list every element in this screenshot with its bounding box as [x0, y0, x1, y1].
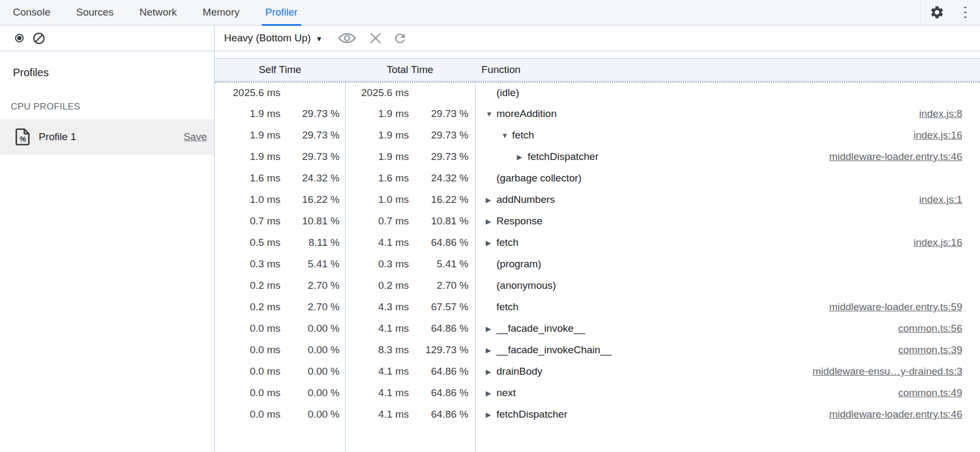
profile-row-drainbody[interactable]: 0.0 ms0.00 %4.1 ms64.86 %▶drainBodymiddl… [215, 361, 980, 382]
eye-icon[interactable] [337, 31, 357, 45]
function-name: drainBody [496, 366, 543, 377]
self-time-cell: 0.3 ms5.41 % [215, 253, 345, 275]
profile-row-fetch[interactable]: 0.5 ms8.11 %4.1 ms64.86 %▶fetchindex.js:… [215, 232, 980, 253]
collapse-arrow-icon[interactable]: ▼ [486, 110, 496, 118]
total-time-cell: 4.1 ms64.86 % [345, 404, 475, 425]
tab-memory[interactable]: Memory [190, 0, 253, 25]
expand-arrow-icon[interactable]: ▶ [486, 368, 496, 376]
collapse-arrow-icon[interactable]: ▼ [501, 132, 512, 140]
save-link[interactable]: Save [184, 131, 207, 143]
self-time-cell: 0.0 ms0.00 % [215, 361, 345, 382]
function-cell: ▶drainBodymiddleware-ensu…y-drained.ts:3 [475, 361, 980, 382]
function-cell: ▶fetchDispatchermiddleware-loader.entry.… [475, 404, 980, 425]
total-time-cell: 4.1 ms64.86 % [345, 318, 475, 339]
total-time-cell: 1.6 ms24.32 % [345, 167, 475, 189]
function-name: __facade_invokeChain__ [496, 344, 611, 356]
function-name: fetch [496, 237, 518, 249]
source-location-link[interactable]: middleware-ensu…y-drained.ts:3 [812, 366, 980, 377]
profile-list-item[interactable]: % Profile 1 Save [0, 119, 214, 155]
profile-data-grid: Self Time Total Time Function 2025.6 ms2… [215, 52, 980, 452]
source-location-link[interactable]: index.js:1 [919, 194, 980, 206]
expand-arrow-icon[interactable]: ▶ [517, 153, 528, 161]
source-location-link[interactable]: index.js:8 [919, 108, 980, 120]
function-name: fetch [496, 301, 518, 313]
source-location-link[interactable]: index.js:16 [913, 237, 980, 249]
function-name: Response [496, 215, 543, 227]
profile-name: Profile 1 [39, 131, 76, 143]
function-cell: ▶fetchDispatchermiddleware-loader.entry.… [475, 146, 980, 167]
source-location-link[interactable]: middleware-loader.entry.ts:59 [829, 301, 980, 313]
tabbar-separator [920, 0, 921, 25]
source-location-link[interactable]: common.ts:39 [898, 344, 980, 356]
self-time-cell: 0.0 ms0.00 % [215, 404, 345, 425]
expand-arrow-icon[interactable]: ▶ [486, 346, 496, 354]
function-name: (program) [496, 258, 541, 270]
total-time-cell: 2025.6 ms [345, 83, 475, 103]
record-icon[interactable] [13, 32, 26, 45]
profile-row-facade-invokechain[interactable]: 0.0 ms0.00 %8.3 ms129.73 %▶__facade_invo… [215, 339, 980, 361]
tab-console[interactable]: Console [0, 0, 63, 25]
total-time-cell: 1.9 ms29.73 % [345, 146, 475, 167]
self-time-cell: 0.7 ms10.81 % [215, 210, 345, 232]
column-header-total-time[interactable]: Total Time [345, 64, 475, 76]
profile-row-idle[interactable]: 2025.6 ms2025.6 ms(idle) [215, 82, 980, 103]
close-icon[interactable] [369, 31, 383, 45]
panel-tabs: ConsoleSourcesNetworkMemoryProfiler [0, 0, 311, 25]
profiles-sidebar: Profiles CPU PROFILES % Profile 1 Save [0, 26, 215, 452]
function-name: addNumbers [496, 194, 555, 206]
clear-icon[interactable] [32, 32, 45, 45]
function-cell: ▶__facade_invokeChain__common.ts:39 [475, 339, 980, 361]
profile-row-facade-invoke[interactable]: 0.0 ms0.00 %4.1 ms64.86 %▶__facade_invok… [215, 318, 980, 339]
self-time-cell: 0.0 ms0.00 % [215, 339, 345, 361]
function-name: (anonymous) [496, 280, 556, 291]
grid-header: Self Time Total Time Function [215, 58, 980, 82]
profiles-title: Profiles [13, 66, 214, 79]
profile-row-addnumbers[interactable]: 1.0 ms16.22 %1.0 ms16.22 %▶addNumbersind… [215, 189, 980, 210]
function-cell: (program) [475, 253, 980, 275]
expand-arrow-icon[interactable]: ▶ [486, 411, 496, 419]
source-location-link[interactable]: common.ts:49 [898, 387, 980, 399]
tab-sources[interactable]: Sources [63, 0, 127, 25]
column-header-function[interactable]: Function [475, 64, 980, 76]
source-location-link[interactable]: index.js:16 [913, 129, 980, 141]
profile-row-next[interactable]: 0.0 ms0.00 %4.1 ms64.86 %▶nextcommon.ts:… [215, 382, 980, 404]
expand-arrow-icon[interactable]: ▶ [486, 325, 496, 333]
profile-document-icon: % [15, 128, 31, 145]
chevron-down-icon: ▼ [316, 35, 323, 43]
self-time-cell: 0.5 ms8.11 % [215, 232, 345, 253]
profile-row-anonymous[interactable]: 0.2 ms2.70 %0.2 ms2.70 %(anonymous) [215, 275, 980, 296]
source-location-link[interactable]: common.ts:56 [898, 323, 980, 334]
self-time-cell: 0.2 ms2.70 % [215, 275, 345, 296]
function-name: (garbage collector) [496, 172, 581, 184]
expand-arrow-icon[interactable]: ▶ [486, 217, 496, 225]
profile-row-program[interactable]: 0.3 ms5.41 %0.3 ms5.41 %(program) [215, 253, 980, 275]
profile-row-fetch[interactable]: 0.2 ms2.70 %4.3 ms67.57 %fetchmiddleware… [215, 296, 980, 318]
profile-row-fetchdispatcher[interactable]: 0.0 ms0.00 %4.1 ms64.86 %▶fetchDispatche… [215, 404, 980, 425]
source-location-link[interactable]: middleware-loader.entry.ts:46 [829, 409, 980, 420]
expand-arrow-icon[interactable]: ▶ [486, 196, 496, 204]
devtools-window: ConsoleSourcesNetworkMemoryProfiler Prof… [0, 0, 980, 452]
total-time-cell: 4.1 ms64.86 % [345, 361, 475, 382]
function-cell: ▶addNumbersindex.js:1 [475, 189, 980, 210]
profile-row-moreaddition[interactable]: 1.9 ms29.73 %1.9 ms29.73 %▼moreAdditioni… [215, 103, 980, 125]
kebab-menu-icon[interactable] [962, 5, 968, 20]
column-header-self-time[interactable]: Self Time [215, 64, 345, 76]
profiles-toolbar [0, 26, 214, 52]
source-location-link[interactable]: middleware-loader.entry.ts:46 [829, 151, 980, 163]
expand-arrow-icon[interactable]: ▶ [486, 239, 496, 247]
view-mode-dropdown[interactable]: Heavy (Bottom Up) ▼ [215, 26, 328, 50]
profiler-view-toolbar: Heavy (Bottom Up) ▼ [215, 26, 980, 52]
self-time-cell: 1.0 ms16.22 % [215, 189, 345, 210]
profile-row-garbage-collector[interactable]: 1.6 ms24.32 %1.6 ms24.32 %(garbage colle… [215, 167, 980, 189]
function-name: (idle) [496, 87, 519, 99]
profile-row-fetchdispatcher[interactable]: 1.9 ms29.73 %1.9 ms29.73 %▶fetchDispatch… [215, 146, 980, 167]
tab-network[interactable]: Network [126, 0, 190, 25]
svg-text:%: % [19, 135, 26, 143]
profile-row-fetch[interactable]: 1.9 ms29.73 %1.9 ms29.73 %▼fetchindex.js… [215, 125, 980, 146]
expand-arrow-icon[interactable]: ▶ [486, 389, 496, 397]
total-time-cell: 4.1 ms64.86 % [345, 232, 475, 253]
tab-profiler[interactable]: Profiler [253, 0, 311, 25]
profile-row-response[interactable]: 0.7 ms10.81 %0.7 ms10.81 %▶Response [215, 210, 980, 232]
gear-icon[interactable] [929, 5, 945, 20]
refresh-icon[interactable] [393, 31, 407, 46]
